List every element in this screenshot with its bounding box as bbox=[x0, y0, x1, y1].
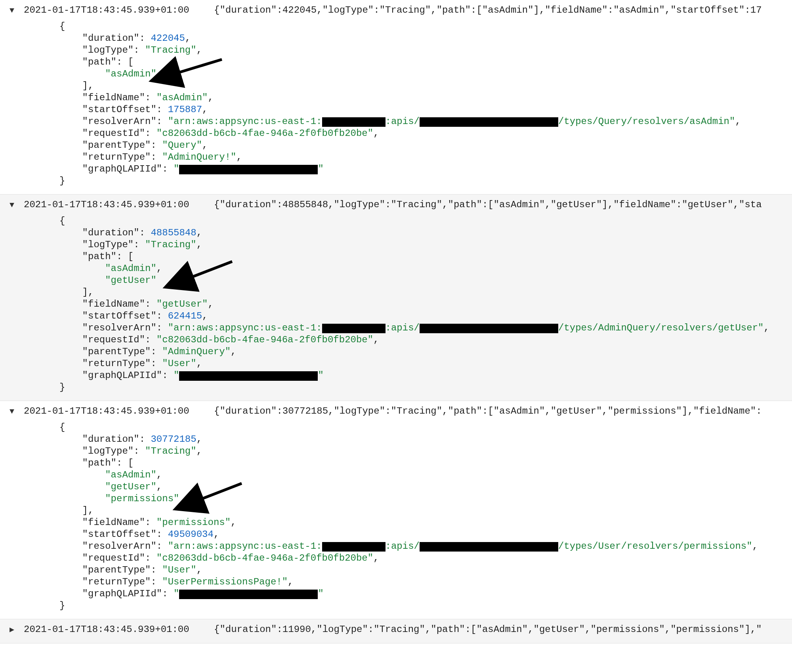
log-json-body: { "duration": 48855848, "logType": "Trac… bbox=[0, 211, 792, 393]
log-row[interactable]: ▼2021-01-17T18:43:45.939+01:00{"duration… bbox=[0, 0, 792, 195]
caret-right-icon[interactable]: ▶ bbox=[0, 624, 24, 636]
log-row[interactable]: ▼2021-01-17T18:43:45.939+01:00{"duration… bbox=[0, 401, 792, 619]
redacted-block bbox=[179, 165, 318, 174]
log-row-header[interactable]: ▼2021-01-17T18:43:45.939+01:00{"duration… bbox=[0, 199, 792, 211]
log-row[interactable]: ▶2021-01-17T18:43:45.939+01:00{"duration… bbox=[0, 619, 792, 643]
log-json-body: { "duration": 422045, "logType": "Tracin… bbox=[0, 17, 792, 187]
caret-down-icon[interactable]: ▼ bbox=[0, 199, 24, 211]
redacted-block bbox=[420, 324, 558, 333]
redacted-block bbox=[420, 542, 558, 552]
log-timestamp: 2021-01-17T18:43:45.939+01:00 bbox=[24, 624, 214, 635]
log-row-header[interactable]: ▶2021-01-17T18:43:45.939+01:00{"duration… bbox=[0, 624, 792, 636]
log-json-body: { "duration": 30772185, "logType": "Trac… bbox=[0, 418, 792, 612]
log-timestamp: 2021-01-17T18:43:45.939+01:00 bbox=[24, 5, 214, 15]
log-summary: {"duration":30772185,"logType":"Tracing"… bbox=[214, 406, 792, 416]
redacted-block bbox=[322, 117, 386, 127]
caret-down-icon[interactable]: ▼ bbox=[0, 406, 24, 418]
redacted-block bbox=[179, 371, 318, 381]
log-summary: {"duration":11990,"logType":"Tracing","p… bbox=[214, 624, 792, 635]
log-summary: {"duration":422045,"logType":"Tracing","… bbox=[214, 5, 792, 15]
log-row-header[interactable]: ▼2021-01-17T18:43:45.939+01:00{"duration… bbox=[0, 5, 792, 17]
log-timestamp: 2021-01-17T18:43:45.939+01:00 bbox=[24, 406, 214, 416]
redacted-block bbox=[420, 117, 558, 127]
log-timestamp: 2021-01-17T18:43:45.939+01:00 bbox=[24, 199, 214, 210]
redacted-block bbox=[322, 542, 386, 552]
caret-down-icon[interactable]: ▼ bbox=[0, 5, 24, 17]
log-row-header[interactable]: ▼2021-01-17T18:43:45.939+01:00{"duration… bbox=[0, 406, 792, 418]
log-row[interactable]: ▼2021-01-17T18:43:45.939+01:00{"duration… bbox=[0, 195, 792, 401]
log-summary: {"duration":48855848,"logType":"Tracing"… bbox=[214, 199, 792, 210]
redacted-block bbox=[322, 324, 386, 333]
redacted-block bbox=[179, 590, 318, 599]
